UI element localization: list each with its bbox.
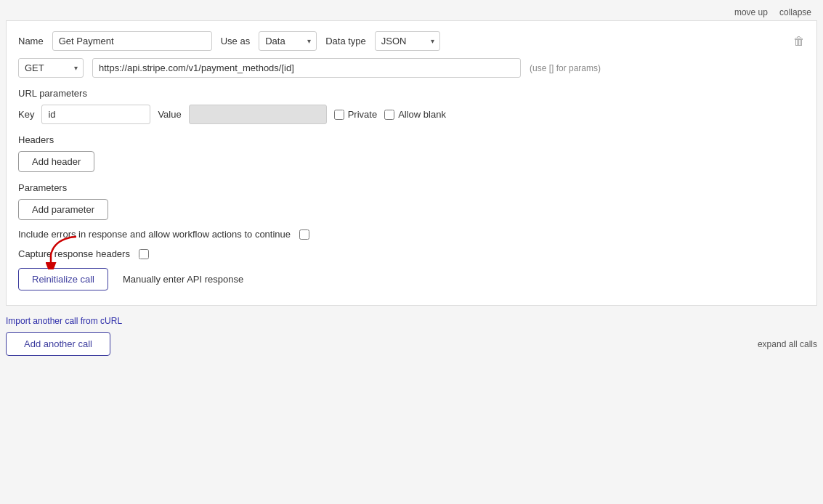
- url-row: GET POST PUT DELETE PATCH ▾ (use [] for …: [18, 58, 805, 78]
- key-value-row: Key Value Private Allow blank: [18, 105, 805, 124]
- add-parameter-button[interactable]: Add parameter: [18, 199, 108, 220]
- private-label: Private: [348, 109, 377, 120]
- bottom-row: Add another call expand all calls: [6, 332, 817, 356]
- top-bar: move up collapse: [0, 0, 823, 20]
- use-as-wrapper: Data Action ▾: [259, 31, 317, 51]
- collapse-link[interactable]: collapse: [779, 7, 811, 17]
- data-type-select[interactable]: JSON XML Text: [375, 31, 440, 51]
- main-panel: Name Use as Data Action ▾ Data type JSON…: [6, 20, 817, 306]
- expand-all-link[interactable]: expand all calls: [758, 339, 817, 349]
- parameters-title: Parameters: [18, 182, 805, 193]
- add-call-button[interactable]: Add another call: [6, 332, 110, 356]
- private-checkbox[interactable]: [334, 110, 344, 120]
- name-label: Name: [18, 36, 44, 46]
- url-hint: (use [] for params): [530, 63, 601, 73]
- add-header-button[interactable]: Add header: [18, 151, 94, 172]
- bottom-bar: Import another call from cURL Add anothe…: [0, 306, 823, 363]
- move-up-link[interactable]: move up: [734, 7, 768, 17]
- include-errors-checkbox[interactable]: [299, 229, 309, 240]
- key-label: Key: [18, 109, 34, 120]
- parameters-section: Parameters Add parameter: [18, 182, 805, 220]
- url-input[interactable]: [92, 58, 521, 78]
- value-label: Value: [158, 109, 181, 120]
- headers-title: Headers: [18, 134, 805, 145]
- allow-blank-checkbox-label: Allow blank: [384, 109, 446, 120]
- method-select[interactable]: GET POST PUT DELETE PATCH: [18, 58, 84, 78]
- import-curl-link[interactable]: Import another call from cURL: [6, 316, 817, 326]
- use-as-label: Use as: [221, 36, 250, 46]
- capture-headers-label: Capture response headers: [18, 248, 130, 259]
- url-params-title: URL parameters: [18, 88, 805, 99]
- url-params-section: URL parameters Key Value Private Allow b…: [18, 88, 805, 124]
- allow-blank-checkbox[interactable]: [384, 110, 394, 120]
- manually-enter-link[interactable]: Manually enter API response: [123, 274, 243, 285]
- value-input[interactable]: [189, 105, 327, 124]
- name-input[interactable]: [52, 31, 212, 51]
- key-input[interactable]: [41, 105, 150, 124]
- name-row: Name Use as Data Action ▾ Data type JSON…: [18, 31, 805, 51]
- data-type-wrapper: JSON XML Text ▾: [375, 31, 440, 51]
- reinitialize-button[interactable]: Reinitialize call: [18, 268, 108, 290]
- method-wrapper: GET POST PUT DELETE PATCH ▾: [18, 58, 84, 78]
- headers-section: Headers Add header: [18, 134, 805, 172]
- capture-headers-row: Capture response headers: [18, 248, 805, 259]
- use-as-select[interactable]: Data Action: [259, 31, 317, 51]
- include-errors-row: Include errors in response and allow wor…: [18, 229, 805, 240]
- include-errors-label: Include errors in response and allow wor…: [18, 229, 291, 240]
- reinit-row: Reinitialize call Manually enter API res…: [18, 268, 805, 290]
- data-type-label: Data type: [325, 36, 366, 46]
- trash-icon[interactable]: 🗑: [793, 35, 805, 48]
- capture-headers-checkbox[interactable]: [139, 249, 149, 259]
- private-checkbox-label: Private: [334, 109, 377, 120]
- arrow-container: Reinitialize call: [18, 268, 108, 290]
- allow-blank-label: Allow blank: [398, 109, 446, 120]
